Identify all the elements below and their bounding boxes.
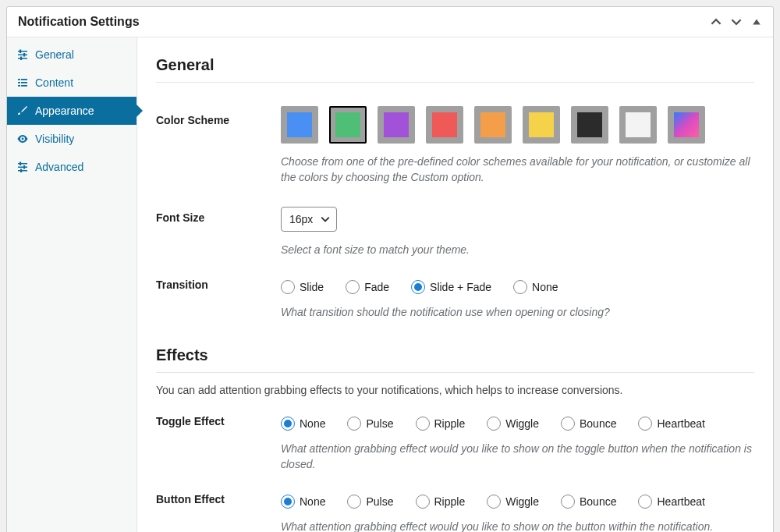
color-swatch[interactable] xyxy=(523,106,560,144)
content: General Color Scheme Choose from one of … xyxy=(137,37,773,532)
radio-label: Wiggle xyxy=(505,417,539,430)
color-swatch[interactable] xyxy=(668,106,705,144)
chevron-down-icon xyxy=(321,215,330,224)
sidebar-item-general[interactable]: General xyxy=(7,41,136,69)
toggle-effect-option[interactable]: Wiggle xyxy=(487,417,539,431)
color-swatch[interactable] xyxy=(329,106,367,144)
radio-icon xyxy=(411,280,425,294)
color-swatch-inner xyxy=(674,112,699,137)
color-swatches xyxy=(281,106,754,144)
transition-option[interactable]: None xyxy=(513,280,558,294)
toggle-effect-option[interactable]: Bounce xyxy=(561,417,616,431)
button-effect-option[interactable]: None xyxy=(281,495,325,509)
svg-rect-9 xyxy=(21,82,27,83)
radio-icon xyxy=(638,417,652,431)
color-swatch-inner xyxy=(626,112,651,137)
desc-toggle-effect: What attention grabbing effect would you… xyxy=(281,442,754,472)
svg-rect-5 xyxy=(20,57,22,61)
radio-label: None xyxy=(532,281,558,293)
radio-icon xyxy=(347,417,361,431)
collapse-up-icon[interactable] xyxy=(711,16,722,27)
button-effect-option[interactable]: Pulse xyxy=(347,495,393,509)
toggle-effect-option[interactable]: Heartbeat xyxy=(638,417,704,431)
color-swatch[interactable] xyxy=(571,106,608,144)
section-title-general: General xyxy=(156,56,754,83)
color-swatch[interactable] xyxy=(378,106,415,144)
panel-title: Notification Settings xyxy=(18,15,711,29)
button-effect-option[interactable]: Ripple xyxy=(416,495,466,509)
radio-label: Slide + Fade xyxy=(430,281,491,293)
label-font-size: Font Size xyxy=(156,204,281,258)
svg-point-12 xyxy=(22,138,24,140)
effects-intro: You can add attention grabbing effects t… xyxy=(156,384,754,396)
radio-icon xyxy=(487,495,501,509)
svg-rect-10 xyxy=(18,85,20,87)
expand-down-icon[interactable] xyxy=(731,16,742,27)
button-effect-option[interactable]: Bounce xyxy=(561,495,616,509)
radio-label: Wiggle xyxy=(505,495,539,508)
desc-font-size: Select a font size to match your theme. xyxy=(281,243,754,258)
radio-label: Pulse xyxy=(366,495,393,508)
radio-label: None xyxy=(300,417,325,430)
color-swatch-inner xyxy=(577,112,602,137)
radio-label: Fade xyxy=(364,281,389,293)
svg-rect-17 xyxy=(23,165,25,169)
label-color-scheme: Color Scheme xyxy=(156,103,281,185)
toggle-effect-option[interactable]: Ripple xyxy=(416,417,466,431)
radio-label: Ripple xyxy=(434,417,466,430)
sliders-icon xyxy=(16,48,29,61)
sidebar-item-appearance[interactable]: Appearance xyxy=(7,97,136,125)
radio-icon xyxy=(487,417,501,431)
svg-rect-0 xyxy=(18,51,27,52)
radio-label: None xyxy=(300,495,325,508)
radio-icon xyxy=(561,495,575,509)
radio-label: Ripple xyxy=(434,495,466,508)
transition-option[interactable]: Slide + Fade xyxy=(411,280,491,294)
svg-rect-14 xyxy=(18,167,27,168)
toggle-effect-option[interactable]: Pulse xyxy=(347,417,393,431)
eye-icon xyxy=(16,133,29,145)
color-swatch[interactable] xyxy=(426,106,463,144)
radio-icon xyxy=(638,495,652,509)
sidebar-item-visibility[interactable]: Visibility xyxy=(7,125,136,153)
svg-rect-18 xyxy=(20,169,22,173)
radio-label: Slide xyxy=(300,281,324,293)
color-swatch-inner xyxy=(432,112,457,137)
radio-icon xyxy=(346,280,360,294)
radio-icon xyxy=(281,495,295,509)
label-toggle-effect: Toggle Effect xyxy=(156,413,281,472)
transition-option[interactable]: Fade xyxy=(346,280,389,294)
svg-rect-2 xyxy=(18,58,27,59)
sidebar-item-label: Visibility xyxy=(35,133,74,145)
sidebar-item-label: Content xyxy=(35,76,73,89)
toggle-triangle-icon[interactable] xyxy=(751,16,762,27)
sliders-icon xyxy=(16,161,29,173)
desc-color-scheme: Choose from one of the pre-defined color… xyxy=(281,154,754,185)
button-effect-radios: NonePulseRippleWiggleBounceHeartbeat xyxy=(281,495,754,509)
radio-icon xyxy=(561,417,575,431)
sidebar-item-advanced[interactable]: Advanced xyxy=(7,153,136,181)
sidebar-item-content[interactable]: Content xyxy=(7,69,136,97)
toggle-effect-option[interactable]: None xyxy=(281,417,325,431)
button-effect-option[interactable]: Wiggle xyxy=(487,495,539,509)
transition-option[interactable]: Slide xyxy=(281,280,324,294)
color-swatch[interactable] xyxy=(281,106,318,144)
radio-label: Heartbeat xyxy=(657,495,704,508)
field-transition: Transition SlideFadeSlide + FadeNone Wha… xyxy=(156,261,754,324)
svg-rect-4 xyxy=(23,53,25,57)
color-swatch[interactable] xyxy=(619,106,657,144)
section-title-effects: Effects xyxy=(156,346,754,373)
sidebar-item-label: Advanced xyxy=(35,161,83,173)
radio-icon xyxy=(513,280,527,294)
color-swatch-inner xyxy=(384,112,409,137)
field-button-effect: Button Effect NonePulseRippleWiggleBounc… xyxy=(156,476,754,532)
color-swatch[interactable] xyxy=(474,106,512,144)
font-size-select[interactable]: 16px xyxy=(281,207,337,232)
radio-icon xyxy=(416,417,430,431)
svg-rect-15 xyxy=(18,170,27,172)
button-effect-option[interactable]: Heartbeat xyxy=(638,495,704,509)
svg-rect-3 xyxy=(20,50,21,54)
transition-radios: SlideFadeSlide + FadeNone xyxy=(281,280,754,294)
field-toggle-effect: Toggle Effect NonePulseRippleWiggleBounc… xyxy=(156,398,754,475)
svg-rect-11 xyxy=(21,85,27,87)
